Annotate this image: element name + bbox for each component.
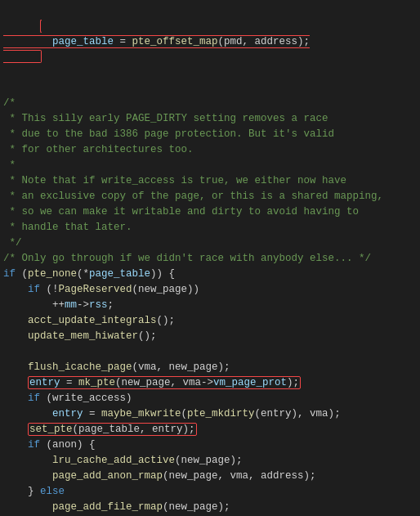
code-line-24: if (anon) { xyxy=(0,437,420,453)
code-viewer: page_table = pte_offset_map(pmd, address… xyxy=(0,0,420,516)
code-line-4: * This silly early PAGE_DIRTY setting re… xyxy=(0,111,420,127)
code-line-25: lru_cache_add_active(new_page); xyxy=(0,453,420,469)
code-line-23: set_pte(page_table, entry); xyxy=(0,422,420,437)
code-line-blank2 xyxy=(0,344,420,360)
code-line-20: entry = mk_pte(new_page, vma->vm_page_pr… xyxy=(0,375,420,391)
code-line-6: * for other architectures too. xyxy=(0,142,420,158)
code-line-18: update_mem_hiwater(); xyxy=(0,329,420,344)
code-line-blank1 xyxy=(0,80,420,96)
code-line-9: * an exclusive copy of the page, or this… xyxy=(0,189,420,204)
code-line-16: ++mm->rss; xyxy=(0,298,420,313)
code-line-15: if (!PageReserved(new_page)) xyxy=(0,282,420,298)
code-line-21: if (write_access) xyxy=(0,391,420,406)
code-line-8: * Note that if write_access is true, we … xyxy=(0,173,420,189)
code-line-19: flush_icache_page(vma, new_page); xyxy=(0,360,420,375)
code-line-17: acct_update_integrals(); xyxy=(0,313,420,329)
code-line-3: /* xyxy=(0,96,420,111)
code-line-13: /* Only go through if we didn't race wit… xyxy=(0,251,420,267)
code-line-11: * handle that later. xyxy=(0,220,420,236)
code-line-7: * xyxy=(0,158,420,173)
code-line-1: page_table = pte_offset_map(pmd, address… xyxy=(0,3,420,80)
code-line-14: if (pte_none(*page_table)) { xyxy=(0,267,420,282)
code-line-22: entry = maybe_mkwrite(pte_mkdirty(entry)… xyxy=(0,406,420,422)
code-line-28: page_add_file_rmap(new_page); xyxy=(0,500,420,515)
code-line-26: page_add_anon_rmap(new_page, vma, addres… xyxy=(0,469,420,484)
code-line-10: * so we can make it writable and dirty t… xyxy=(0,204,420,220)
code-line-5: * due to the bad i386 page protection. B… xyxy=(0,127,420,142)
code-line-27: } else xyxy=(0,484,420,500)
code-line-12: */ xyxy=(0,236,420,251)
